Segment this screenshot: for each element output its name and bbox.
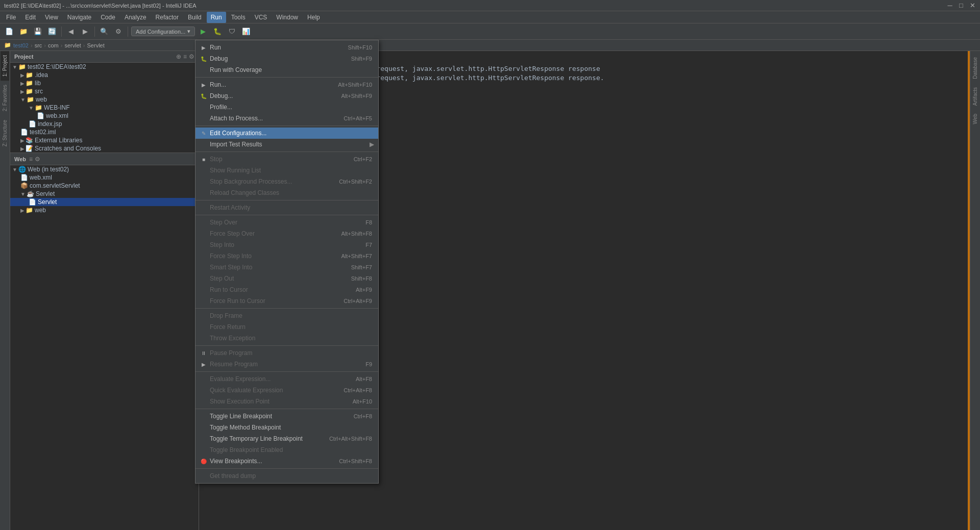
dd-show-running-label: Show Running List: [210, 167, 261, 174]
dd-force-step-into-label: Force Step Into: [210, 253, 252, 260]
dd-sep4: [195, 200, 378, 200]
dd-attach-label: Attach to Process...: [210, 115, 263, 122]
dd-debug-select-label: Debug...: [210, 92, 233, 99]
dd-profile[interactable]: Profile...: [195, 102, 378, 113]
dd-stop-shortcut: Ctrl+F2: [354, 156, 372, 162]
dd-step-over-label: Step Over: [210, 219, 237, 226]
dd-thread-dump: Get thread dump: [195, 470, 378, 482]
dd-stop-bg: Stop Background Processes... Ctrl+Shift+…: [195, 176, 378, 187]
dd-step-over: Step Over F8: [195, 217, 378, 228]
dd-debug[interactable]: 🐛 Debug Shift+F9: [195, 53, 378, 64]
dd-toggle-method-bp-label: Toggle Method Breakpoint: [210, 424, 281, 431]
dd-force-run-cursor: Force Run to Cursor Ctrl+Alt+F9: [195, 295, 378, 307]
dd-run-label: Run: [210, 44, 221, 51]
dd-step-out: Step Out Shift+F8: [195, 273, 378, 284]
dd-show-exec-shortcut: Alt+F10: [353, 398, 372, 405]
dd-toggle-bp-enabled-label: Toggle Breakpoint Enabled: [210, 446, 283, 453]
dd-run-cursor-shortcut: Alt+F9: [356, 287, 372, 293]
dd-force-step-over-shortcut: Alt+Shift+F8: [341, 231, 372, 237]
dd-step-into-shortcut: F7: [365, 242, 372, 248]
dd-sep3: [195, 152, 378, 152]
dd-stop-bg-label: Stop Background Processes...: [210, 178, 292, 185]
dd-step-into: Step Into F7: [195, 239, 378, 250]
dd-force-step-over-label: Force Step Over: [210, 230, 255, 237]
stop-icon: ■: [200, 157, 208, 162]
dd-run-shortcut: Shift+F10: [348, 44, 372, 51]
run-select-icon: ▶: [200, 82, 208, 88]
dd-attach[interactable]: Attach to Process... Ctrl+Alt+F5: [195, 113, 378, 124]
dd-coverage-label: Run with Coverage: [210, 66, 262, 73]
dd-sep8: [195, 371, 378, 372]
dd-import-test[interactable]: Import Test Results ▶: [195, 139, 378, 150]
edit-config-icon: ✎: [200, 131, 208, 136]
resume-icon: ▶: [200, 362, 208, 367]
dd-attach-shortcut: Ctrl+Alt+F5: [344, 115, 372, 121]
dd-eval: Evaluate Expression... Alt+F8: [195, 373, 378, 385]
dropdown-overlay[interactable]: ▶ Run Shift+F10 🐛 Debug Shift+F9 Run wit…: [0, 0, 980, 530]
dd-import-label: Import Test Results: [210, 141, 262, 148]
dd-quick-eval-label: Quick Evaluate Expression: [210, 387, 283, 394]
dd-show-exec: Show Execution Point Alt+F10: [195, 396, 378, 407]
dd-show-running: Show Running List: [195, 165, 378, 176]
dd-sep1: [195, 77, 378, 78]
debug-icon: 🐛: [200, 56, 208, 62]
dd-throw-exception: Throw Exception: [195, 333, 378, 344]
dd-run-select-shortcut: Alt+Shift+F10: [338, 82, 372, 88]
dd-smart-step-into-shortcut: Shift+F7: [351, 264, 372, 270]
dd-step-out-label: Step Out: [210, 275, 234, 282]
dd-stop: ■ Stop Ctrl+F2: [195, 154, 378, 165]
dd-eval-shortcut: Alt+F8: [356, 376, 372, 382]
view-bp-icon: 🔴: [200, 459, 208, 464]
dd-smart-step-into-label: Smart Step Into: [210, 264, 252, 271]
dd-toggle-line-bp[interactable]: Toggle Line Breakpoint Ctrl+F8: [195, 411, 378, 422]
dd-resume-shortcut: F9: [365, 361, 372, 367]
dd-step-over-shortcut: F8: [365, 219, 372, 225]
dd-sep7: [195, 345, 378, 346]
dd-reload-label: Reload Changed Classes: [210, 189, 279, 196]
dd-run[interactable]: ▶ Run Shift+F10: [195, 42, 378, 53]
dd-sep10: [195, 468, 378, 469]
dd-force-step-into: Force Step Into Alt+Shift+F7: [195, 250, 378, 262]
dd-force-step-over: Force Step Over Alt+Shift+F8: [195, 228, 378, 239]
dd-drop-frame-label: Drop Frame: [210, 312, 242, 319]
dd-run-cursor-label: Run to Cursor: [210, 286, 248, 293]
dd-restart: Restart Activity: [195, 202, 378, 213]
dd-force-return: Force Return: [195, 321, 378, 333]
dd-force-run-cursor-shortcut: Ctrl+Alt+F9: [344, 298, 372, 304]
dd-force-step-into-shortcut: Alt+Shift+F7: [341, 253, 372, 259]
dd-reload: Reload Changed Classes: [195, 187, 378, 198]
dd-toggle-method-bp[interactable]: Toggle Method Breakpoint: [195, 422, 378, 433]
dd-resume: ▶ Resume Program F9: [195, 359, 378, 370]
dd-sep5: [195, 215, 378, 215]
dd-show-exec-label: Show Execution Point: [210, 398, 270, 405]
dd-eval-label: Evaluate Expression...: [210, 375, 271, 383]
dd-step-out-shortcut: Shift+F8: [351, 275, 372, 282]
pause-icon: ⏸: [200, 350, 208, 356]
dd-view-breakpoints[interactable]: 🔴 View Breakpoints... Ctrl+Shift+F8: [195, 456, 378, 467]
dd-toggle-line-bp-label: Toggle Line Breakpoint: [210, 413, 272, 420]
dd-edit-config-label: Edit Configurations...: [210, 130, 266, 137]
dd-run-select-label: Run...: [210, 81, 226, 88]
dd-sep6: [195, 308, 378, 309]
dd-toggle-bp-enabled: Toggle Breakpoint Enabled: [195, 444, 378, 456]
dd-edit-config[interactable]: ✎ Edit Configurations...: [195, 128, 378, 139]
dd-view-bp-shortcut: Ctrl+Shift+F8: [339, 458, 372, 464]
dd-debug-shortcut: Shift+F9: [351, 56, 372, 62]
run-icon: ▶: [200, 45, 208, 51]
dd-stop-label: Stop: [210, 156, 223, 163]
dd-debug-select[interactable]: 🐛 Debug... Alt+Shift+F9: [195, 90, 378, 102]
submenu-arrow: ▶: [370, 141, 374, 148]
dd-run-coverage[interactable]: Run with Coverage: [195, 64, 378, 75]
dd-thread-dump-label: Get thread dump: [210, 472, 256, 479]
dd-stop-bg-shortcut: Ctrl+Shift+F2: [339, 179, 372, 185]
dd-run-select[interactable]: ▶ Run... Alt+Shift+F10: [195, 79, 378, 90]
dd-force-run-cursor-label: Force Run to Cursor: [210, 297, 265, 305]
dd-sep2: [195, 125, 378, 126]
dd-run-cursor: Run to Cursor Alt+F9: [195, 284, 378, 295]
dd-pause: ⏸ Pause Program: [195, 347, 378, 359]
debug-select-icon: 🐛: [200, 93, 208, 99]
dd-debug-select-shortcut: Alt+Shift+F9: [341, 93, 372, 99]
dd-throw-exception-label: Throw Exception: [210, 335, 255, 342]
dd-toggle-temp-bp[interactable]: Toggle Temporary Line Breakpoint Ctrl+Al…: [195, 433, 378, 444]
dd-view-breakpoints-label: View Breakpoints...: [210, 458, 262, 465]
